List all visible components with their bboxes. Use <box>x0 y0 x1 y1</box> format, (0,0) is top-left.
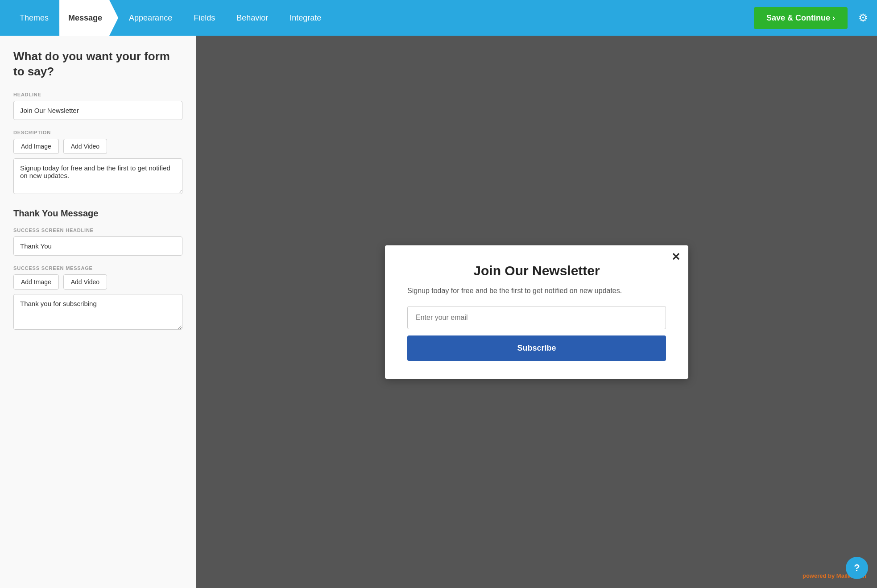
modal-email-input[interactable] <box>407 306 666 329</box>
add-image-button[interactable]: Add Image <box>13 139 59 154</box>
modal-description: Signup today for free and be the first t… <box>407 286 666 296</box>
nav-item-message[interactable]: Message <box>59 0 118 36</box>
success-add-video-button[interactable]: Add Video <box>63 274 107 290</box>
nav-item-fields[interactable]: Fields <box>183 0 226 36</box>
thank-you-section-title: Thank You Message <box>13 208 182 219</box>
panel-title: What do you want your form to say? <box>13 49 182 79</box>
gear-icon[interactable]: ⚙ <box>858 12 868 24</box>
modal-subscribe-button[interactable]: Subscribe <box>407 335 666 361</box>
success-add-image-button[interactable]: Add Image <box>13 274 59 290</box>
headline-label: HEADLINE <box>13 92 182 97</box>
modal-close-icon[interactable]: ✕ <box>671 252 680 262</box>
nav-item-themes[interactable]: Themes <box>9 0 59 36</box>
success-message-textarea[interactable]: Thank you for subscribing <box>13 294 182 330</box>
main-layout: What do you want your form to say? HEADL… <box>0 36 877 588</box>
headline-input[interactable] <box>13 101 182 120</box>
save-continue-button[interactable]: Save & Continue › <box>754 7 848 29</box>
add-video-button[interactable]: Add Video <box>63 139 107 154</box>
success-message-label: SUCCESS SCREEN MESSAGE <box>13 265 182 271</box>
help-button[interactable]: ? <box>846 557 868 579</box>
nav-item-behavior[interactable]: Behavior <box>226 0 279 36</box>
success-headline-input[interactable] <box>13 236 182 256</box>
right-panel-preview: ✕ Join Our Newsletter Signup today for f… <box>196 36 877 588</box>
modal-headline: Join Our Newsletter <box>407 263 666 278</box>
description-textarea[interactable]: Signup today for free and be the first t… <box>13 158 182 194</box>
powered-by-prefix: powered by <box>803 572 836 579</box>
nav-item-appearance[interactable]: Appearance <box>118 0 183 36</box>
success-headline-label: SUCCESS SCREEN HEADLINE <box>13 228 182 233</box>
nav-item-integrate[interactable]: Integrate <box>279 0 332 36</box>
top-navigation: Themes Message Appearance Fields Behavio… <box>0 0 877 36</box>
modal-preview-card: ✕ Join Our Newsletter Signup today for f… <box>385 245 688 379</box>
description-label: DESCRIPTION <box>13 130 182 135</box>
left-panel: What do you want your form to say? HEADL… <box>0 36 196 588</box>
